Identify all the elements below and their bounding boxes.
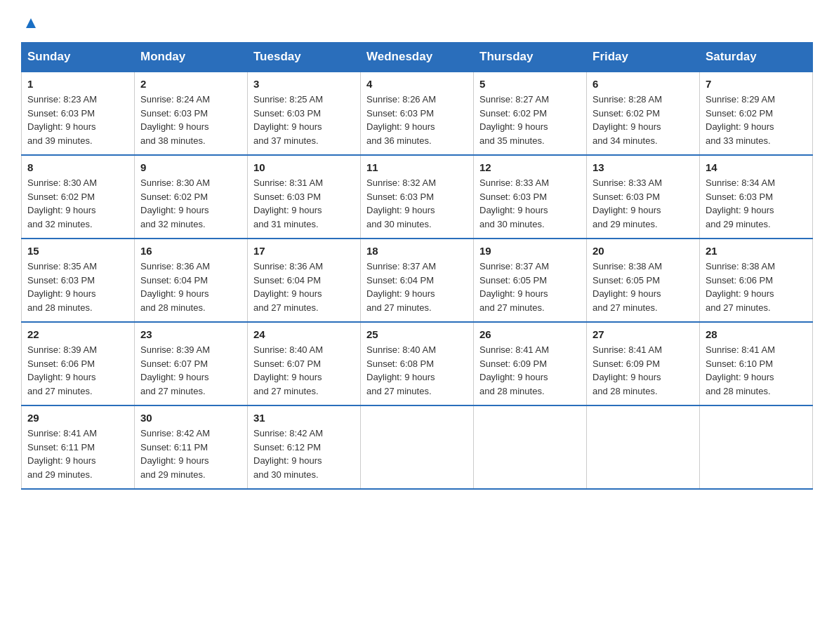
day-number: 12 (479, 161, 581, 173)
calendar-cell: 18 Sunrise: 8:37 AM Sunset: 6:04 PM Dayl… (361, 239, 474, 322)
day-info: Sunrise: 8:26 AM Sunset: 6:03 PM Dayligh… (366, 93, 468, 147)
calendar-cell: 15 Sunrise: 8:35 AM Sunset: 6:03 PM Dayl… (22, 239, 135, 322)
day-number: 6 (593, 78, 694, 90)
calendar-cell: 30 Sunrise: 8:42 AM Sunset: 6:11 PM Dayl… (135, 405, 248, 489)
day-number: 7 (706, 78, 807, 90)
page-header (21, 14, 813, 28)
day-info: Sunrise: 8:29 AM Sunset: 6:02 PM Dayligh… (706, 93, 807, 147)
day-info: Sunrise: 8:32 AM Sunset: 6:03 PM Dayligh… (366, 176, 468, 231)
day-number: 31 (253, 412, 355, 424)
calendar-cell: 17 Sunrise: 8:36 AM Sunset: 6:04 PM Dayl… (248, 239, 361, 322)
calendar-cell: 26 Sunrise: 8:41 AM Sunset: 6:09 PM Dayl… (474, 322, 587, 405)
calendar-cell: 29 Sunrise: 8:41 AM Sunset: 6:11 PM Dayl… (22, 405, 135, 489)
day-number: 15 (27, 245, 128, 257)
calendar-cell (700, 405, 813, 489)
calendar-cell: 6 Sunrise: 8:28 AM Sunset: 6:02 PM Dayli… (587, 72, 700, 155)
day-info: Sunrise: 8:40 AM Sunset: 6:07 PM Dayligh… (253, 343, 355, 398)
day-info: Sunrise: 8:39 AM Sunset: 6:07 PM Dayligh… (140, 343, 241, 398)
day-info: Sunrise: 8:42 AM Sunset: 6:11 PM Dayligh… (140, 427, 241, 481)
day-info: Sunrise: 8:31 AM Sunset: 6:03 PM Dayligh… (253, 176, 355, 231)
day-number: 1 (27, 78, 128, 90)
day-number: 13 (593, 161, 694, 173)
day-info: Sunrise: 8:37 AM Sunset: 6:05 PM Dayligh… (479, 260, 581, 314)
calendar-cell (474, 405, 587, 489)
calendar-cell: 9 Sunrise: 8:30 AM Sunset: 6:02 PM Dayli… (135, 155, 248, 239)
header-friday: Friday (587, 43, 700, 72)
day-info: Sunrise: 8:30 AM Sunset: 6:02 PM Dayligh… (140, 176, 241, 231)
calendar-cell: 4 Sunrise: 8:26 AM Sunset: 6:03 PM Dayli… (361, 72, 474, 155)
calendar-week-4: 22 Sunrise: 8:39 AM Sunset: 6:06 PM Dayl… (22, 322, 813, 405)
calendar-cell: 8 Sunrise: 8:30 AM Sunset: 6:02 PM Dayli… (22, 155, 135, 239)
day-info: Sunrise: 8:38 AM Sunset: 6:05 PM Dayligh… (593, 260, 694, 314)
day-info: Sunrise: 8:37 AM Sunset: 6:04 PM Dayligh… (366, 260, 468, 314)
calendar-cell: 10 Sunrise: 8:31 AM Sunset: 6:03 PM Dayl… (248, 155, 361, 239)
day-info: Sunrise: 8:34 AM Sunset: 6:03 PM Dayligh… (706, 176, 807, 231)
day-info: Sunrise: 8:42 AM Sunset: 6:12 PM Dayligh… (253, 427, 355, 481)
calendar-cell: 11 Sunrise: 8:32 AM Sunset: 6:03 PM Dayl… (361, 155, 474, 239)
calendar-cell: 12 Sunrise: 8:33 AM Sunset: 6:03 PM Dayl… (474, 155, 587, 239)
day-number: 26 (479, 328, 581, 340)
day-number: 3 (253, 78, 355, 90)
day-number: 19 (479, 245, 581, 257)
calendar-cell: 28 Sunrise: 8:41 AM Sunset: 6:10 PM Dayl… (700, 322, 813, 405)
calendar-cell: 1 Sunrise: 8:23 AM Sunset: 6:03 PM Dayli… (22, 72, 135, 155)
day-number: 10 (253, 161, 355, 173)
day-number: 5 (479, 78, 581, 90)
logo (21, 14, 39, 28)
day-info: Sunrise: 8:36 AM Sunset: 6:04 PM Dayligh… (140, 260, 241, 314)
day-number: 27 (593, 328, 694, 340)
calendar-week-5: 29 Sunrise: 8:41 AM Sunset: 6:11 PM Dayl… (22, 405, 813, 489)
calendar-cell: 24 Sunrise: 8:40 AM Sunset: 6:07 PM Dayl… (248, 322, 361, 405)
calendar-cell: 19 Sunrise: 8:37 AM Sunset: 6:05 PM Dayl… (474, 239, 587, 322)
day-info: Sunrise: 8:35 AM Sunset: 6:03 PM Dayligh… (27, 260, 128, 314)
calendar-cell: 31 Sunrise: 8:42 AM Sunset: 6:12 PM Dayl… (248, 405, 361, 489)
day-number: 20 (593, 245, 694, 257)
day-info: Sunrise: 8:41 AM Sunset: 6:09 PM Dayligh… (479, 343, 581, 398)
day-number: 4 (366, 78, 468, 90)
day-number: 9 (140, 161, 241, 173)
day-info: Sunrise: 8:40 AM Sunset: 6:08 PM Dayligh… (366, 343, 468, 398)
calendar-cell: 5 Sunrise: 8:27 AM Sunset: 6:02 PM Dayli… (474, 72, 587, 155)
calendar-cell: 3 Sunrise: 8:25 AM Sunset: 6:03 PM Dayli… (248, 72, 361, 155)
calendar-cell (587, 405, 700, 489)
day-number: 14 (706, 161, 807, 173)
header-monday: Monday (135, 43, 248, 72)
calendar-cell (361, 405, 474, 489)
calendar-week-3: 15 Sunrise: 8:35 AM Sunset: 6:03 PM Dayl… (22, 239, 813, 322)
day-info: Sunrise: 8:38 AM Sunset: 6:06 PM Dayligh… (706, 260, 807, 314)
day-number: 8 (27, 161, 128, 173)
calendar-cell: 20 Sunrise: 8:38 AM Sunset: 6:05 PM Dayl… (587, 239, 700, 322)
calendar-week-2: 8 Sunrise: 8:30 AM Sunset: 6:02 PM Dayli… (22, 155, 813, 239)
svg-marker-0 (26, 18, 36, 28)
header-thursday: Thursday (474, 43, 587, 72)
day-number: 18 (366, 245, 468, 257)
day-info: Sunrise: 8:39 AM Sunset: 6:06 PM Dayligh… (27, 343, 128, 398)
calendar-table: SundayMondayTuesdayWednesdayThursdayFrid… (21, 42, 813, 490)
day-number: 16 (140, 245, 241, 257)
day-info: Sunrise: 8:36 AM Sunset: 6:04 PM Dayligh… (253, 260, 355, 314)
day-number: 30 (140, 412, 241, 424)
day-number: 2 (140, 78, 241, 90)
day-info: Sunrise: 8:23 AM Sunset: 6:03 PM Dayligh… (27, 93, 128, 147)
day-info: Sunrise: 8:33 AM Sunset: 6:03 PM Dayligh… (593, 176, 694, 231)
logo-triangle-icon (23, 15, 39, 31)
day-info: Sunrise: 8:33 AM Sunset: 6:03 PM Dayligh… (479, 176, 581, 231)
day-info: Sunrise: 8:27 AM Sunset: 6:02 PM Dayligh… (479, 93, 581, 147)
day-info: Sunrise: 8:41 AM Sunset: 6:09 PM Dayligh… (593, 343, 694, 398)
header-wednesday: Wednesday (361, 43, 474, 72)
day-number: 22 (27, 328, 128, 340)
calendar-cell: 7 Sunrise: 8:29 AM Sunset: 6:02 PM Dayli… (700, 72, 813, 155)
day-number: 28 (706, 328, 807, 340)
header-saturday: Saturday (700, 43, 813, 72)
day-number: 23 (140, 328, 241, 340)
calendar-cell: 21 Sunrise: 8:38 AM Sunset: 6:06 PM Dayl… (700, 239, 813, 322)
day-number: 11 (366, 161, 468, 173)
day-number: 29 (27, 412, 128, 424)
day-number: 24 (253, 328, 355, 340)
day-info: Sunrise: 8:41 AM Sunset: 6:10 PM Dayligh… (706, 343, 807, 398)
calendar-cell: 14 Sunrise: 8:34 AM Sunset: 6:03 PM Dayl… (700, 155, 813, 239)
calendar-cell: 27 Sunrise: 8:41 AM Sunset: 6:09 PM Dayl… (587, 322, 700, 405)
calendar-cell: 13 Sunrise: 8:33 AM Sunset: 6:03 PM Dayl… (587, 155, 700, 239)
calendar-cell: 23 Sunrise: 8:39 AM Sunset: 6:07 PM Dayl… (135, 322, 248, 405)
calendar-header-row: SundayMondayTuesdayWednesdayThursdayFrid… (22, 43, 813, 72)
